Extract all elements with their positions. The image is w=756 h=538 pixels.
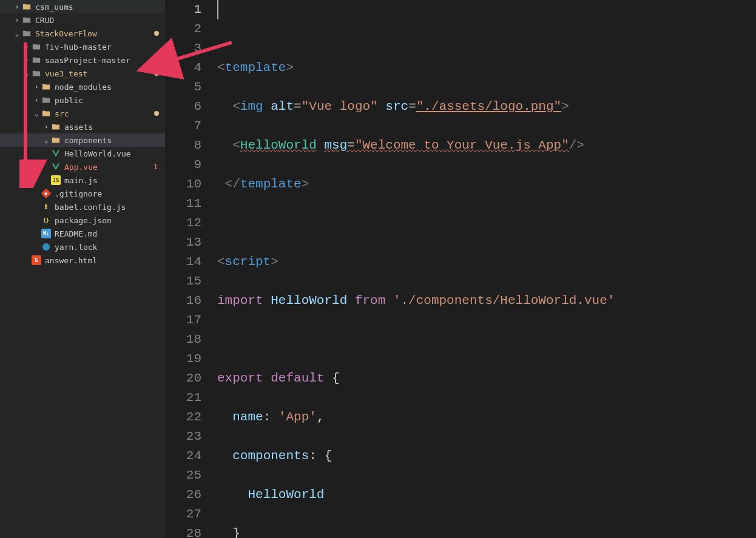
folder-icon (22, 29, 32, 38)
tree-item-readme-md[interactable]: M↓README.md (0, 227, 165, 240)
folder-orange-icon (22, 2, 32, 12)
line-number: 25 (165, 466, 201, 485)
chevron-right-icon[interactable]: › (12, 15, 22, 25)
line-number: 3 (165, 39, 201, 58)
chevron-right-icon[interactable]: › (41, 122, 51, 132)
tree-item-helloworld-vue[interactable]: HelloWorld.vue (0, 147, 165, 160)
modified-indicator (154, 111, 159, 116)
code-content[interactable]: <template> <img alt="Vue logo" src="./as… (217, 0, 756, 538)
chevron-none (32, 202, 41, 212)
chevron-right-icon[interactable]: › (32, 95, 41, 105)
tree-item-label: components (64, 136, 165, 145)
babel-icon: B (41, 202, 51, 212)
tree-item-saasproject-master[interactable]: ›saasProject-master (0, 53, 165, 67)
tree-item-babel-config-js[interactable]: Bbabel.config.js (0, 200, 165, 214)
tree-item-label: .gitignore (55, 189, 165, 198)
text-cursor (217, 0, 218, 19)
chevron-none (32, 229, 41, 238)
line-number: 17 (165, 311, 201, 330)
tree-item-label: fiv-hub-master (45, 42, 165, 52)
line-number: 11 (165, 194, 201, 214)
tree-item-label: package.json (55, 216, 165, 225)
tree-item-label: StackOverFlow (35, 29, 154, 38)
line-number: 7 (165, 116, 201, 136)
chevron-down-icon[interactable]: ⌄ (41, 135, 51, 145)
tree-item-yarn-lock[interactable]: yarn.lock (0, 240, 165, 254)
line-number: 15 (165, 272, 201, 291)
line-number: 26 (165, 485, 201, 505)
tree-item-public[interactable]: ›public (0, 93, 165, 107)
tree-item-label: public (55, 96, 165, 105)
chevron-right-icon[interactable]: › (22, 55, 32, 65)
folder-orange-icon (51, 122, 61, 132)
chevron-down-icon[interactable]: ⌄ (22, 69, 32, 78)
tree-item-label: yarn.lock (55, 243, 165, 252)
line-number-gutter: 1234567891011121314151617181920212223242… (165, 0, 217, 538)
line-number: 9 (165, 155, 201, 175)
folder-icon (41, 95, 51, 105)
md-icon: M↓ (41, 229, 51, 238)
tree-item-components[interactable]: ⌄components (0, 133, 165, 147)
line-number: 18 (165, 330, 201, 349)
line-number: 6 (165, 97, 201, 116)
tree-item-csm-uums[interactable]: ›csm_uums (0, 0, 165, 13)
problem-count-badge: 1 (154, 163, 158, 171)
tree-item-label: answer.html (45, 256, 165, 265)
line-number: 12 (165, 214, 201, 233)
tree-item-src[interactable]: ⌄src (0, 107, 165, 120)
tree-item-label: App.vue (64, 163, 154, 172)
tree-item-fiv-hub-master[interactable]: ›fiv-hub-master (0, 40, 165, 53)
html-icon: 5 (32, 255, 41, 265)
tree-item-label: README.md (55, 229, 165, 238)
vue-icon (51, 162, 61, 172)
folder-orange-icon (41, 109, 51, 118)
line-number: 2 (165, 19, 201, 39)
modified-indicator (154, 71, 159, 76)
tree-item-answer-html[interactable]: 5answer.html (0, 254, 165, 267)
vue-icon (51, 149, 61, 158)
tree-item-label: saasProject-master (45, 56, 165, 65)
chevron-none (41, 175, 51, 185)
tree-item-vue3-test[interactable]: ⌄vue3_test (0, 67, 165, 80)
modified-indicator (154, 31, 159, 36)
chevron-down-icon[interactable]: ⌄ (32, 109, 41, 118)
tree-item--gitignore[interactable]: ◆.gitignore (0, 187, 165, 200)
chevron-none (22, 255, 32, 265)
yarn-icon (41, 242, 51, 252)
line-number: 20 (165, 369, 201, 388)
tree-item-assets[interactable]: ›assets (0, 120, 165, 133)
folder-orange-icon (51, 135, 61, 145)
line-number: 8 (165, 136, 201, 155)
chevron-none (41, 162, 51, 172)
tree-item-node-modules[interactable]: ›node_modules (0, 80, 165, 93)
line-number: 23 (165, 427, 201, 446)
tree-item-label: src (55, 109, 154, 118)
tree-item-label: csm_uums (35, 2, 165, 12)
chevron-none (32, 242, 41, 252)
tree-item-label: babel.config.js (55, 203, 165, 212)
chevron-right-icon[interactable]: › (32, 82, 41, 92)
line-number: 13 (165, 233, 201, 252)
folder-orange-icon (41, 82, 51, 92)
tree-item-crud[interactable]: ›CRUD (0, 13, 165, 27)
js-icon: JS (51, 175, 61, 185)
tree-item-stackoverflow[interactable]: ⌄StackOverFlow (0, 27, 165, 40)
line-number: 10 (165, 175, 201, 194)
chevron-none (32, 215, 41, 225)
chevron-right-icon[interactable]: › (22, 42, 32, 52)
file-explorer-sidebar[interactable]: ›csm_uums›CRUD⌄StackOverFlow›fiv-hub-mas… (0, 0, 165, 538)
tree-item-main-js[interactable]: JSmain.js (0, 173, 165, 187)
tree-item-package-json[interactable]: {}package.json (0, 214, 165, 227)
code-editor[interactable]: 1234567891011121314151617181920212223242… (165, 0, 756, 538)
line-number: 24 (165, 446, 201, 466)
tree-item-app-vue[interactable]: App.vue1 (0, 160, 165, 173)
chevron-down-icon[interactable]: ⌄ (12, 29, 22, 38)
chevron-none (41, 149, 51, 158)
line-number: 27 (165, 505, 201, 524)
line-number: 14 (165, 252, 201, 272)
chevron-right-icon[interactable]: › (12, 2, 22, 12)
line-number: 5 (165, 78, 201, 97)
folder-icon (32, 69, 41, 78)
tree-item-label: CRUD (35, 16, 165, 25)
line-number: 22 (165, 408, 201, 427)
